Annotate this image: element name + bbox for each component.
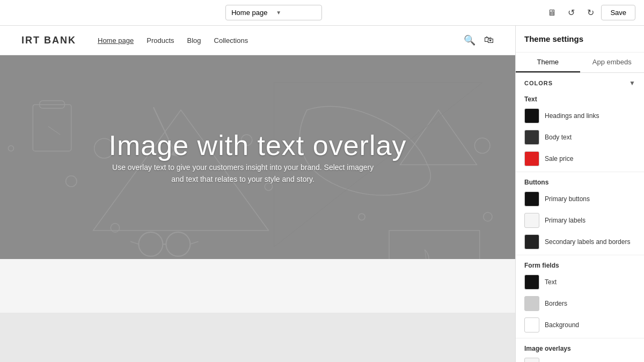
color-swatch-overlay-text[interactable] [524,358,539,362]
colors-section-header[interactable]: COLORS ▼ [516,73,644,91]
color-row-body: Body text [516,127,644,148]
color-swatch-primary-buttons[interactable] [524,191,539,206]
tab-app-embeds[interactable]: App embeds [580,53,645,72]
color-label-body: Body text [545,134,572,141]
svg-point-20 [8,146,13,151]
undo-button[interactable]: ↺ [562,4,580,21]
cart-icon[interactable]: 🛍 [484,34,494,46]
panel-title: Theme settings [524,34,635,43]
color-swatch-form-borders[interactable] [524,296,539,311]
color-label-primary-labels: Primary labels [545,217,586,224]
undo-icon: ↺ [568,8,575,18]
hero-subtitle: Use overlay text to give your customers … [109,161,377,186]
color-row-form-borders: Borders [516,293,644,314]
color-swatch-primary-labels[interactable] [524,213,539,228]
color-row-overlay-text: Text [516,354,644,362]
hero-title: Image with text overlay [109,129,407,161]
color-label-form-borders: Borders [545,300,567,307]
nav-blog[interactable]: Blog [187,36,201,45]
nav-products[interactable]: Products [147,36,174,45]
redo-icon: ↻ [587,8,594,18]
page-selector-chevron: ▼ [276,10,316,16]
buttons-subsection-title: Buttons [516,174,644,188]
color-row-form-text: Text [516,271,644,293]
color-swatch-form-text[interactable] [524,275,539,290]
color-swatch-secondary-labels[interactable] [524,234,539,249]
svg-line-17 [190,241,198,244]
svg-line-16 [130,241,138,244]
color-label-form-bg: Background [545,321,579,329]
below-hero-section [0,259,515,313]
svg-point-14 [166,232,190,256]
color-label-secondary-labels: Secondary labels and borders [545,238,630,246]
store-logo: IRT BANK [21,35,76,46]
svg-point-13 [138,232,163,256]
page-selector[interactable]: Home page ▼ [225,5,322,20]
canvas-preview: IRT BANK Home page Products Blog Collect… [0,26,515,362]
svg-point-7 [66,176,77,187]
store-header-icons: 🔍 🛍 [464,34,494,46]
svg-rect-0 [33,105,71,151]
color-swatch-sale[interactable] [524,151,539,166]
panel-tabs: Theme App embeds [516,53,644,73]
store-header: IRT BANK Home page Products Blog Collect… [0,26,515,55]
svg-point-10 [474,138,490,153]
color-swatch-form-bg[interactable] [524,317,539,333]
search-icon[interactable]: 🔍 [464,34,475,46]
hero-section: Image with text overlay Use overlay text… [0,55,515,259]
toolbar-icons: 🖥 ↺ ↻ Save [543,4,635,21]
panel-content: COLORS ▼ Text Headings and links Body te… [516,73,644,362]
toolbar: Home page ▼ 🖥 ↺ ↻ Save [0,0,644,26]
main-area: IRT BANK Home page Products Blog Collect… [0,26,644,362]
nav-collections[interactable]: Collections [214,36,248,45]
divider-3 [516,338,644,338]
tab-theme[interactable]: Theme [516,53,580,72]
nav-home[interactable]: Home page [98,36,134,45]
desktop-icon-btn[interactable]: 🖥 [543,4,560,21]
color-swatch-headings[interactable] [524,108,539,123]
color-row-sale: Sale price [516,148,644,169]
color-row-headings: Headings and links [516,105,644,127]
color-row-secondary-labels: Secondary labels and borders [516,231,644,253]
colors-section-chevron: ▼ [629,79,635,87]
color-label-form-text: Text [545,278,557,286]
color-label-headings: Headings and links [545,112,599,120]
text-subsection-title: Text [516,91,644,105]
redo-button[interactable]: ↻ [582,4,599,21]
store-nav: Home page Products Blog Collections [98,36,464,45]
divider-2 [516,255,644,255]
save-button[interactable]: Save [601,5,635,20]
color-label-sale: Sale price [545,155,573,162]
color-row-primary-labels: Primary labels [516,210,644,231]
divider-1 [516,172,644,172]
color-row-primary-buttons: Primary buttons [516,188,644,210]
svg-rect-11 [389,231,480,259]
svg-point-22 [358,213,365,220]
svg-point-23 [484,212,492,221]
color-row-form-bg: Background [516,314,644,336]
hero-text-block: Image with text overlay Use overlay text… [109,129,407,186]
color-label-primary-buttons: Primary buttons [545,195,590,203]
colors-section-title: COLORS [524,80,553,86]
form-fields-subsection-title: Form fields [516,257,644,271]
image-overlays-subsection-title: Image overlays [516,341,644,354]
color-swatch-body[interactable] [524,130,539,145]
desktop-icon: 🖥 [547,8,556,18]
panel-header: Theme settings [516,26,644,53]
page-selector-label: Home page [231,9,272,17]
right-panel: Theme settings Theme App embeds COLORS ▼… [515,26,644,362]
svg-line-2 [48,127,60,135]
svg-marker-18 [400,110,477,165]
